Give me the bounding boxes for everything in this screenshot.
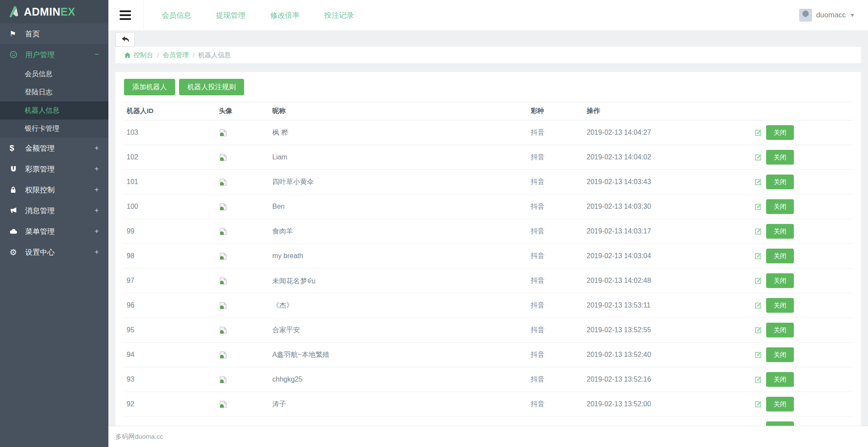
sidebar-item-amount-management[interactable]: $ 金额管理 +	[0, 138, 108, 159]
lock-icon	[10, 186, 25, 194]
brand-logo: ADMINEX	[0, 0, 108, 23]
col-header-lottery: 彩种	[531, 107, 587, 116]
avatar-cell	[219, 326, 272, 334]
table-row: 98 my breath 抖音 2019-02-1	[124, 244, 852, 269]
sidebar-item-settings-center[interactable]: ⚙ 设置中心 +	[0, 242, 108, 262]
expand-icon[interactable]: +	[95, 227, 99, 236]
flag-icon: ⚑	[10, 29, 25, 39]
close-button[interactable]: 关闭	[766, 323, 794, 337]
top-link-member-info[interactable]: 会员信息	[162, 10, 191, 20]
close-button[interactable]: 关闭	[766, 125, 794, 140]
sidebar-item-bank-card[interactable]: 银行卡管理	[0, 120, 108, 138]
expand-icon[interactable]: +	[95, 165, 99, 173]
avatar-cell	[219, 178, 272, 186]
nickname-cell: 未闻花名梦จ๋บ	[272, 275, 531, 286]
nickname-cell: 四叶草小黄伞	[272, 178, 531, 187]
avatar-cell	[219, 252, 272, 260]
hamburger-menu-icon[interactable]	[120, 10, 132, 20]
magnet-icon	[10, 165, 25, 173]
page-footer: 多码网duoma.cc	[108, 426, 868, 447]
top-link-modify-rate[interactable]: 修改倍率	[270, 10, 300, 20]
nickname-cell: 合家平安	[272, 326, 531, 335]
back-arrow-icon	[121, 36, 130, 43]
col-header-avatar: 头像	[219, 107, 272, 116]
top-link-withdraw-management[interactable]: 提现管理	[216, 10, 245, 20]
app-window: ADMINEX ⚑ 首页 用户管理 − 会员信息 登陆日志	[0, 0, 868, 447]
edit-icon[interactable]	[754, 203, 762, 211]
sidebar-item-member-info[interactable]: 会员信息	[0, 65, 108, 83]
edit-icon[interactable]	[754, 351, 762, 359]
robot-id-cell: 93	[127, 376, 219, 383]
timestamp: 2019-02-13 13:52:00	[587, 400, 651, 408]
close-button[interactable]: 关闭	[766, 199, 794, 214]
broken-image-icon	[219, 376, 227, 384]
edit-icon[interactable]	[754, 326, 762, 334]
sidebar-item-home[interactable]: ⚑ 首页	[0, 23, 108, 44]
lottery-cell: 抖音	[531, 252, 587, 261]
table-row: 100 Ben 抖音 2019-02-13 14:	[124, 194, 852, 219]
close-button[interactable]: 关闭	[766, 397, 794, 411]
sidebar-item-login-log[interactable]: 登陆日志	[0, 83, 108, 101]
top-link-bet-records[interactable]: 投注记录	[324, 10, 354, 20]
breadcrumb-member-management[interactable]: 会员管理	[163, 51, 189, 59]
robot-id-cell: 100	[127, 203, 219, 211]
edit-icon[interactable]	[754, 400, 762, 408]
close-button[interactable]: 关闭	[766, 298, 794, 313]
footer-text: 多码网duoma.cc	[115, 433, 163, 441]
sidebar-item-user-management[interactable]: 用户管理 −	[0, 44, 108, 65]
main-area: 会员信息 提现管理 修改倍率 投注记录 duomacc ▼ 控制台	[108, 0, 868, 447]
edit-icon[interactable]	[754, 178, 762, 186]
col-header-robot-id: 机器人ID	[127, 107, 219, 116]
close-button[interactable]: 关闭	[766, 347, 794, 362]
close-button[interactable]: 关闭	[766, 372, 794, 387]
user-menu[interactable]: duomacc ▼	[799, 9, 868, 22]
broken-image-icon	[219, 252, 227, 260]
close-button[interactable]: 关闭	[766, 175, 794, 189]
user-circle-icon	[10, 51, 25, 58]
broken-image-icon	[219, 178, 227, 186]
sidebar-item-menu-management[interactable]: 菜单管理 +	[0, 221, 108, 242]
edit-icon[interactable]	[754, 277, 762, 285]
breadcrumb-console[interactable]: 控制台	[124, 51, 153, 59]
lottery-cell: 抖音	[531, 153, 587, 162]
table-row: 101 四叶草小黄伞 抖音 2019-02-13	[124, 170, 852, 194]
close-button[interactable]: 关闭	[766, 421, 794, 426]
breadcrumb-current: 机器人信息	[198, 51, 231, 59]
timestamp: 2019-02-13 14:04:27	[587, 129, 651, 136]
lottery-cell: 抖音	[531, 301, 587, 310]
sidebar-item-permission-control[interactable]: 权限控制 +	[0, 179, 108, 200]
action-cell: 2019-02-13 13:52:40 关闭	[587, 347, 852, 362]
add-robot-button[interactable]: 添加机器人	[124, 79, 175, 95]
sidebar-item-robot-info[interactable]: 机器人信息	[0, 101, 108, 120]
expand-icon[interactable]: +	[95, 206, 99, 215]
sidebar-item-lottery-management[interactable]: 彩票管理 +	[0, 159, 108, 179]
col-header-action: 操作	[587, 107, 852, 116]
nickname-cell: A鑫羽航~本地繁殖	[272, 350, 531, 360]
expand-icon[interactable]: +	[95, 248, 99, 256]
back-button[interactable]	[115, 32, 135, 47]
edit-icon[interactable]	[754, 153, 762, 162]
action-cell: 2019-02-13 13:53:11 关闭	[587, 298, 852, 313]
edit-icon[interactable]	[754, 227, 762, 236]
timestamp: 2019-02-13 14:03:04	[587, 252, 651, 260]
sidebar-item-message-management[interactable]: 消息管理 +	[0, 200, 108, 221]
avatar	[799, 9, 812, 22]
edit-icon[interactable]	[754, 376, 762, 384]
robot-bet-rules-button[interactable]: 机器人投注规则	[179, 79, 244, 95]
top-navbar: 会员信息 提现管理 修改倍率 投注记录 duomacc ▼	[108, 0, 868, 30]
toolbar: 添加机器人 机器人投注规则	[124, 79, 852, 95]
edit-icon[interactable]	[754, 129, 762, 137]
dollar-icon: $	[10, 143, 25, 153]
collapse-icon[interactable]: −	[95, 50, 99, 59]
broken-image-icon	[219, 227, 227, 236]
close-button[interactable]: 关闭	[766, 150, 794, 165]
edit-icon[interactable]	[754, 301, 762, 310]
close-button[interactable]: 关闭	[766, 224, 794, 239]
expand-icon[interactable]: +	[95, 144, 99, 152]
expand-icon[interactable]: +	[95, 185, 99, 194]
edit-icon[interactable]	[754, 252, 762, 260]
robot-id-cell: 92	[127, 400, 219, 408]
close-button[interactable]: 关闭	[766, 273, 794, 288]
timestamp: 2019-02-13 13:53:11	[587, 301, 650, 309]
close-button[interactable]: 关闭	[766, 249, 794, 263]
